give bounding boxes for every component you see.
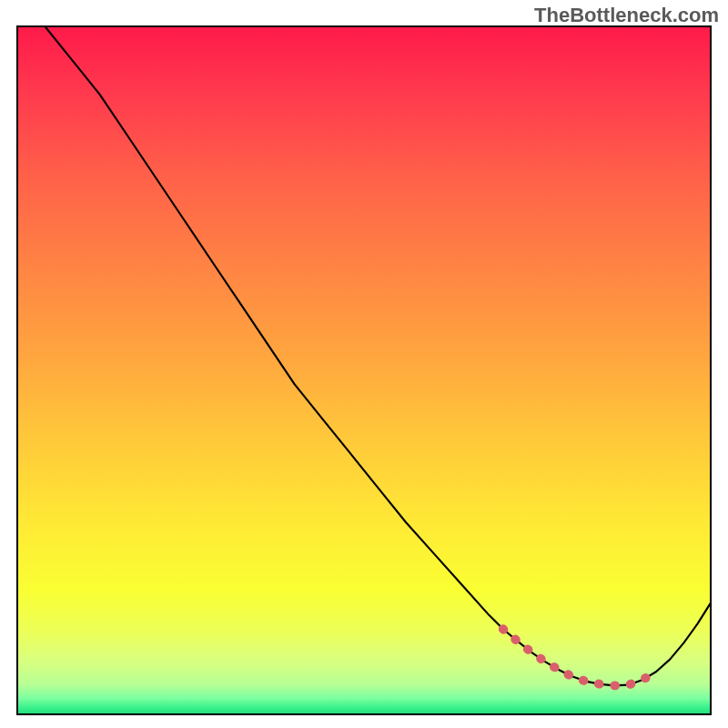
bottleneck-curve xyxy=(45,25,712,685)
curve-layer xyxy=(16,25,712,715)
chart-container: TheBottleneck.com xyxy=(0,0,728,728)
plot-area xyxy=(16,25,712,715)
watermark-text: TheBottleneck.com xyxy=(534,4,719,27)
optimal-range-marker xyxy=(503,629,656,685)
